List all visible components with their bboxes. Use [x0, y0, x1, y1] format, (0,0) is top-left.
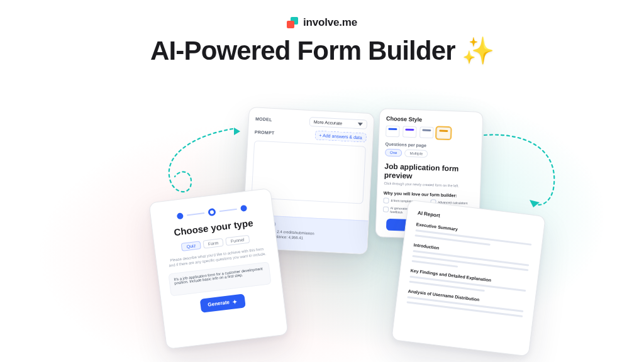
chevron-down-icon: [358, 123, 363, 126]
why-title: Why you will love our form builder:: [384, 190, 474, 198]
model-select-value: More Accurate: [314, 119, 342, 125]
model-select[interactable]: More Accurate: [309, 117, 368, 129]
feature-icon: [383, 207, 389, 212]
generate-button-label: Generate: [208, 300, 230, 308]
style-swatch[interactable]: [386, 126, 400, 138]
tab-funnel[interactable]: Funnel: [225, 235, 250, 246]
qpp-option-multiple[interactable]: Multiple: [404, 150, 428, 158]
step-dot-current-icon: [208, 208, 216, 216]
preview-title: Job application form preview: [384, 163, 475, 184]
style-heading: Choose Style: [386, 116, 476, 125]
feature-icon: [383, 197, 389, 203]
tab-form[interactable]: Form: [203, 238, 224, 249]
report-card: AI Report Executive Summary Introduction…: [391, 199, 546, 356]
type-card: Choose your type Quiz Form Funnel Please…: [148, 188, 288, 349]
sparkle-icon: ✦: [232, 299, 238, 305]
tab-quiz[interactable]: Quiz: [181, 241, 201, 251]
qpp-label: Questions per page: [386, 142, 475, 150]
qpp-option-one[interactable]: One: [385, 149, 402, 157]
add-answers-button[interactable]: + Add answers & data: [314, 130, 367, 142]
generate-button[interactable]: Generate ✦: [199, 293, 246, 313]
step-dot-upcoming-icon: [240, 205, 247, 212]
model-label: MODEL: [255, 116, 272, 121]
style-swatch-selected[interactable]: [436, 127, 451, 139]
style-swatch[interactable]: [419, 126, 434, 138]
step-dot-done-icon: [176, 212, 183, 219]
prompt-label: PROMPT: [255, 129, 275, 135]
style-swatches: [386, 126, 476, 140]
style-swatch[interactable]: [402, 126, 417, 138]
